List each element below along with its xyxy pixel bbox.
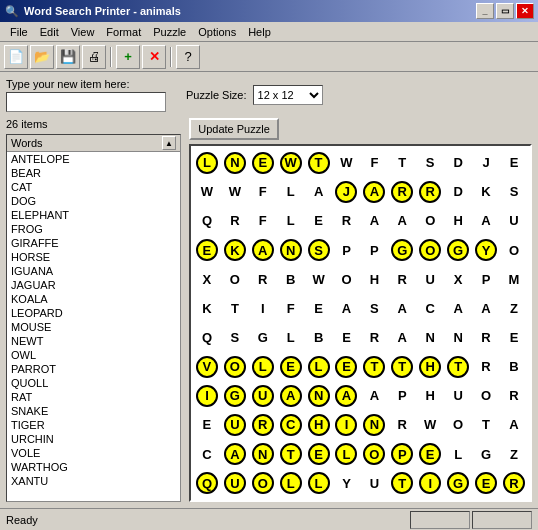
list-item[interactable]: ANTELOPE xyxy=(7,152,180,166)
grid-cell: I xyxy=(249,294,277,323)
list-item[interactable]: GIRAFFE xyxy=(7,236,180,250)
content-area: 26 items Words ▲ ANTELOPEBEARCATDOGELEPH… xyxy=(6,118,532,502)
maximize-button[interactable]: ▭ xyxy=(496,3,514,19)
new-item-input[interactable] xyxy=(6,92,166,112)
grid-cell: W xyxy=(305,265,333,294)
list-item[interactable]: QUOLL xyxy=(7,376,180,390)
grid-cell: Q xyxy=(193,323,221,352)
puzzle-size-group: Puzzle Size: 12 x 12 8 x 8 10 x 10 14 x … xyxy=(186,85,323,105)
grid-cell: H xyxy=(360,265,388,294)
grid-cell: A xyxy=(333,381,361,410)
grid-cell: L xyxy=(277,177,305,206)
list-scroll-up[interactable]: ▲ xyxy=(162,136,176,150)
grid-cell: T xyxy=(277,440,305,469)
list-item[interactable]: SNAKE xyxy=(7,404,180,418)
menu-options[interactable]: Options xyxy=(192,24,242,40)
grid-cell: A xyxy=(472,294,500,323)
list-item[interactable]: RAT xyxy=(7,390,180,404)
grid-cell: Y xyxy=(333,469,361,498)
close-button[interactable]: ✕ xyxy=(516,3,534,19)
puzzle-table: LNEWTWFTSDJEWWFLAJARRDKSQRFLERAAOHAUEKAN… xyxy=(193,148,528,498)
menu-view[interactable]: View xyxy=(65,24,101,40)
list-item[interactable]: NEWT xyxy=(7,334,180,348)
items-count: 26 items xyxy=(6,118,181,130)
puzzle-size-select[interactable]: 12 x 12 8 x 8 10 x 10 14 x 14 16 x 16 xyxy=(253,85,323,105)
minimize-button[interactable]: _ xyxy=(476,3,494,19)
list-item[interactable]: XANTU xyxy=(7,474,180,488)
list-item[interactable]: ELEPHANT xyxy=(7,208,180,222)
grid-cell: U xyxy=(360,469,388,498)
list-item[interactable]: FROG xyxy=(7,222,180,236)
grid-cell: L xyxy=(277,206,305,235)
menu-file[interactable]: File xyxy=(4,24,34,40)
grid-cell: D xyxy=(444,148,472,177)
grid-cell: O xyxy=(416,206,444,235)
grid-cell: W xyxy=(277,148,305,177)
list-item[interactable]: VOLE xyxy=(7,446,180,460)
menu-edit[interactable]: Edit xyxy=(34,24,65,40)
menu-format[interactable]: Format xyxy=(100,24,147,40)
word-list[interactable]: Words ▲ ANTELOPEBEARCATDOGELEPHANTFROGGI… xyxy=(6,134,181,502)
grid-cell: U xyxy=(416,265,444,294)
grid-cell: A xyxy=(388,323,416,352)
menu-puzzle[interactable]: Puzzle xyxy=(147,24,192,40)
grid-cell: E xyxy=(249,148,277,177)
grid-cell: S xyxy=(221,323,249,352)
word-list-items: ANTELOPEBEARCATDOGELEPHANTFROGGIRAFFEHOR… xyxy=(7,152,180,488)
list-item[interactable]: BEAR xyxy=(7,166,180,180)
delete-button[interactable]: ✕ xyxy=(142,45,166,69)
grid-cell: K xyxy=(193,294,221,323)
grid-cell: Q xyxy=(193,469,221,498)
toolbar-sep-2 xyxy=(170,47,172,67)
grid-cell: B xyxy=(277,265,305,294)
list-item[interactable]: IGUANA xyxy=(7,264,180,278)
list-item[interactable]: HORSE xyxy=(7,250,180,264)
update-puzzle-button[interactable]: Update Puzzle xyxy=(189,118,279,140)
grid-cell: O xyxy=(221,265,249,294)
toolbar-sep-1 xyxy=(110,47,112,67)
grid-cell: L xyxy=(333,440,361,469)
list-item[interactable]: CAT xyxy=(7,180,180,194)
grid-cell: H xyxy=(416,381,444,410)
grid-cell: J xyxy=(472,148,500,177)
grid-cell: S xyxy=(305,235,333,264)
save-button[interactable]: 💾 xyxy=(56,45,80,69)
grid-cell: H xyxy=(305,410,333,439)
list-header: Words ▲ xyxy=(7,135,180,152)
new-button[interactable]: 📄 xyxy=(4,45,28,69)
list-item[interactable]: JAGUAR xyxy=(7,278,180,292)
toolbar: 📄 📂 💾 🖨 + ✕ ? xyxy=(0,42,538,72)
app-icon: 🔍 xyxy=(4,3,20,19)
grid-cell: X xyxy=(444,265,472,294)
grid-cell: N xyxy=(416,323,444,352)
list-item[interactable]: MOUSE xyxy=(7,320,180,334)
list-item[interactable]: URCHIN xyxy=(7,432,180,446)
grid-cell: E xyxy=(333,323,361,352)
grid-cell: T xyxy=(388,469,416,498)
grid-cell: A xyxy=(360,381,388,410)
list-item[interactable]: DOG xyxy=(7,194,180,208)
grid-cell: T xyxy=(444,352,472,381)
grid-cell: A xyxy=(221,440,249,469)
list-item[interactable]: PARROT xyxy=(7,362,180,376)
print-button[interactable]: 🖨 xyxy=(82,45,106,69)
grid-cell: A xyxy=(305,177,333,206)
menu-help[interactable]: Help xyxy=(242,24,277,40)
list-item[interactable]: LEOPARD xyxy=(7,306,180,320)
grid-cell: I xyxy=(193,381,221,410)
add-button[interactable]: + xyxy=(116,45,140,69)
grid-cell: A xyxy=(333,294,361,323)
grid-cell: O xyxy=(221,352,249,381)
help-button[interactable]: ? xyxy=(176,45,200,69)
list-item[interactable]: TIGER xyxy=(7,418,180,432)
list-item[interactable]: OWL xyxy=(7,348,180,362)
grid-cell: P xyxy=(388,440,416,469)
status-panel-1 xyxy=(410,511,470,529)
grid-cell: F xyxy=(249,177,277,206)
list-item[interactable]: WARTHOG xyxy=(7,460,180,474)
grid-cell: N xyxy=(305,381,333,410)
open-button[interactable]: 📂 xyxy=(30,45,54,69)
list-item[interactable]: KOALA xyxy=(7,292,180,306)
grid-cell: G xyxy=(472,440,500,469)
right-panel: Update Puzzle LNEWTWFTSDJEWWFLAJARRDKSQR… xyxy=(189,118,532,502)
